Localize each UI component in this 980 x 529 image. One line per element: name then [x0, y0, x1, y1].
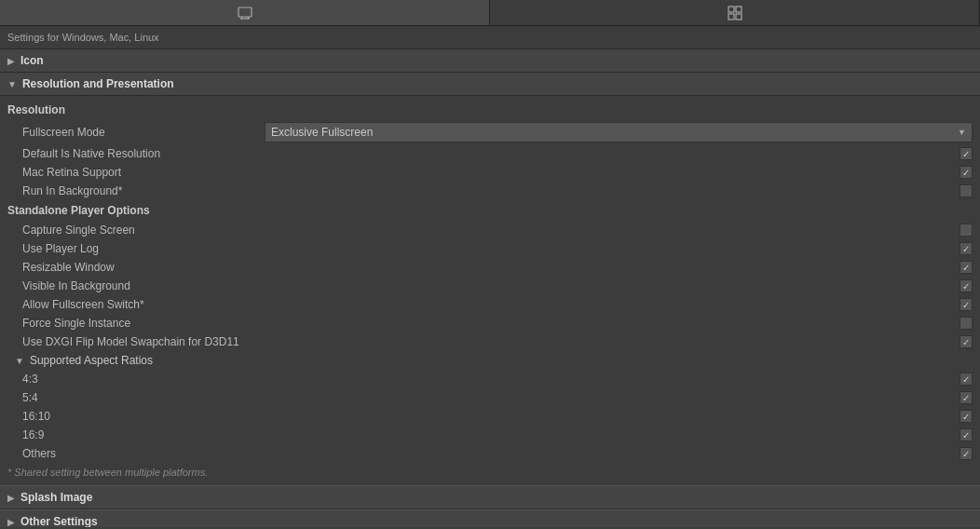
- icon-section-header[interactable]: ▶ Icon: [0, 49, 980, 73]
- force-single-checkbox[interactable]: [960, 317, 973, 330]
- aspect-others-control: [960, 447, 973, 460]
- use-player-log-label: Use Player Log: [22, 242, 960, 255]
- aspect-54-row: 5:4: [0, 388, 980, 407]
- other-settings-arrow: ▶: [7, 517, 15, 527]
- footer-note: * Shared setting between multiple platfo…: [0, 463, 980, 482]
- aspect-others-checkbox[interactable]: [960, 447, 973, 460]
- visible-background-control: [960, 279, 973, 292]
- use-player-log-control: [960, 242, 973, 255]
- aspect-43-checkbox[interactable]: [960, 373, 973, 386]
- aspect-169-control: [960, 428, 973, 441]
- grid-tab[interactable]: [490, 0, 980, 25]
- default-native-checkbox[interactable]: [960, 147, 973, 160]
- run-background-label: Run In Background*: [22, 184, 960, 197]
- aspect-1610-checkbox[interactable]: [960, 410, 973, 423]
- standalone-group-title: Standalone Player Options: [0, 200, 980, 221]
- mac-retina-control: [960, 166, 973, 179]
- top-bar: [0, 0, 980, 26]
- aspect-43-control: [960, 373, 973, 386]
- run-background-row: Run In Background*: [0, 182, 980, 200]
- allow-fullscreen-checkbox[interactable]: [960, 298, 973, 311]
- settings-label: Settings for Windows, Mac, Linux: [0, 26, 980, 49]
- capture-single-checkbox[interactable]: [960, 224, 973, 237]
- aspect-169-checkbox[interactable]: [960, 428, 973, 441]
- resizable-window-label: Resizable Window: [22, 261, 960, 274]
- icon-section-title: Icon: [20, 54, 44, 67]
- visible-background-checkbox[interactable]: [960, 279, 973, 292]
- splash-image-arrow: ▶: [7, 493, 15, 503]
- resizable-window-checkbox[interactable]: [960, 261, 973, 274]
- aspect-43-row: 4:3: [0, 370, 980, 388]
- fullscreen-mode-row: Fullscreen Mode Exclusive Fullscreen ▼: [0, 120, 980, 144]
- visible-background-row: Visible In Background: [0, 277, 980, 295]
- visible-background-label: Visible In Background: [22, 279, 960, 292]
- fullscreen-mode-label: Fullscreen Mode: [22, 126, 265, 139]
- resolution-group-title: Resolution: [0, 100, 980, 120]
- mac-retina-checkbox[interactable]: [960, 166, 973, 179]
- resolution-section-arrow: ▼: [7, 79, 17, 89]
- other-settings-section-header[interactable]: ▶ Other Settings: [0, 509, 980, 527]
- aspect-54-checkbox[interactable]: [960, 391, 973, 404]
- run-background-control: [960, 184, 973, 197]
- svg-rect-0: [238, 7, 252, 17]
- capture-single-control: [960, 224, 973, 237]
- default-native-row: Default Is Native Resolution: [0, 144, 980, 163]
- fullscreen-mode-control: Exclusive Fullscreen ▼: [265, 122, 973, 142]
- use-dxgi-row: Use DXGI Flip Model Swapchain for D3D11: [0, 332, 980, 351]
- aspect-ratios-title: Supported Aspect Ratios: [30, 354, 153, 367]
- aspect-169-label: 16:9: [22, 428, 960, 441]
- content-area: ▶ Icon ▼ Resolution and Presentation Res…: [0, 49, 980, 527]
- svg-rect-7: [736, 14, 742, 20]
- resolution-section-header[interactable]: ▼ Resolution and Presentation: [0, 73, 980, 96]
- use-dxgi-checkbox[interactable]: [960, 335, 973, 348]
- grid-icon: [728, 6, 742, 20]
- allow-fullscreen-row: Allow Fullscreen Switch*: [0, 295, 980, 314]
- monitor-icon: [238, 6, 252, 20]
- aspect-54-control: [960, 391, 973, 404]
- default-native-label: Default Is Native Resolution: [22, 147, 960, 160]
- use-dxgi-label: Use DXGI Flip Model Swapchain for D3D11: [22, 335, 960, 348]
- resizable-window-control: [960, 261, 973, 274]
- resolution-section-content: Resolution Fullscreen Mode Exclusive Ful…: [0, 96, 980, 485]
- aspect-1610-row: 16:10: [0, 407, 980, 426]
- use-dxgi-control: [960, 335, 973, 348]
- aspect-others-label: Others: [22, 447, 960, 460]
- splash-image-title: Splash Image: [20, 491, 92, 504]
- aspect-ratios-arrow: ▼: [15, 356, 24, 366]
- aspect-43-label: 4:3: [22, 373, 960, 386]
- default-native-control: [960, 147, 973, 160]
- use-player-log-row: Use Player Log: [0, 239, 980, 258]
- aspect-others-row: Others: [0, 444, 980, 463]
- fullscreen-mode-value: Exclusive Fullscreen: [271, 126, 373, 139]
- mac-retina-label: Mac Retina Support: [22, 166, 960, 179]
- capture-single-row: Capture Single Screen: [0, 221, 980, 239]
- aspect-1610-label: 16:10: [22, 410, 960, 423]
- monitor-tab[interactable]: [0, 0, 490, 25]
- use-player-log-checkbox[interactable]: [960, 242, 973, 255]
- run-background-checkbox[interactable]: [960, 184, 973, 197]
- svg-rect-4: [728, 7, 734, 12]
- force-single-control: [960, 317, 973, 330]
- resolution-section-title: Resolution and Presentation: [22, 77, 174, 90]
- allow-fullscreen-label: Allow Fullscreen Switch*: [22, 298, 960, 311]
- svg-rect-5: [736, 7, 742, 12]
- force-single-row: Force Single Instance: [0, 314, 980, 332]
- capture-single-label: Capture Single Screen: [22, 224, 960, 237]
- aspect-ratios-header[interactable]: ▼ Supported Aspect Ratios: [0, 351, 980, 370]
- other-settings-title: Other Settings: [20, 515, 98, 527]
- mac-retina-row: Mac Retina Support: [0, 163, 980, 182]
- aspect-54-label: 5:4: [22, 391, 960, 404]
- force-single-label: Force Single Instance: [22, 317, 960, 330]
- aspect-169-row: 16:9: [0, 426, 980, 444]
- icon-section-arrow: ▶: [7, 56, 15, 66]
- allow-fullscreen-control: [960, 298, 973, 311]
- svg-rect-6: [728, 14, 734, 20]
- splash-image-section-header[interactable]: ▶ Splash Image: [0, 485, 980, 509]
- resizable-window-row: Resizable Window: [0, 258, 980, 277]
- aspect-1610-control: [960, 410, 973, 423]
- fullscreen-mode-dropdown[interactable]: Exclusive Fullscreen ▼: [265, 122, 973, 142]
- dropdown-arrow-icon: ▼: [958, 128, 966, 137]
